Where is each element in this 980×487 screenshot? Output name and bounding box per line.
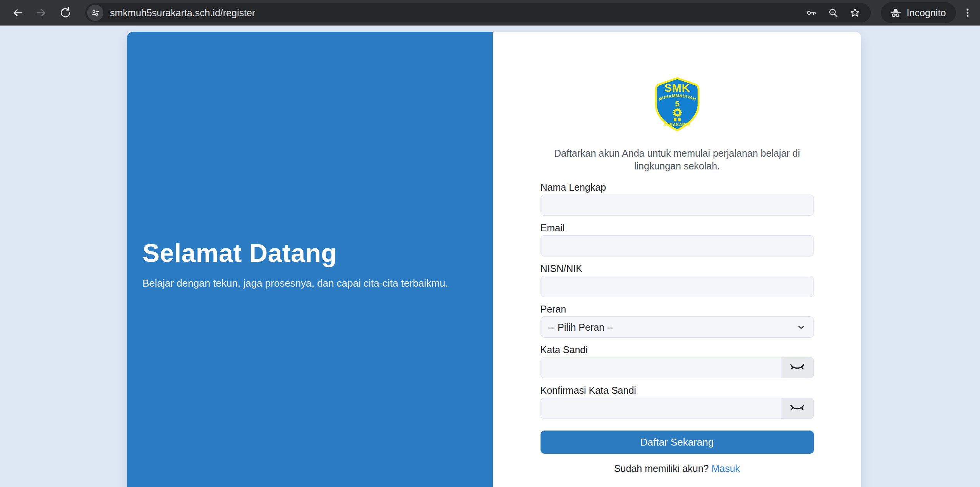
password-manager-key-icon[interactable] <box>805 6 818 19</box>
url-text[interactable]: smkmuh5surakarta.sch.id/register <box>110 7 805 19</box>
bookmark-star-icon[interactable] <box>848 6 862 19</box>
register-form: Nama Lengkap Email NISN/NIK Peran -- Pil… <box>541 182 814 474</box>
role-select[interactable]: -- Pilih Peran -- <box>541 316 814 338</box>
welcome-subtitle: Belajar dengan tekun, jaga prosesnya, da… <box>142 277 475 290</box>
password-field-group: Kata Sandi <box>541 345 814 378</box>
tune-icon <box>90 7 101 18</box>
name-label: Nama Lengkap <box>541 182 814 192</box>
logo-text-smk: SMK <box>664 82 690 94</box>
nisn-field-group: NISN/NIK <box>541 263 814 297</box>
back-button[interactable] <box>9 4 26 22</box>
welcome-title: Selamat Datang <box>142 240 475 267</box>
refresh-button[interactable] <box>57 4 74 22</box>
back-icon <box>11 6 24 19</box>
incognito-label: Incognito <box>907 7 946 19</box>
email-field-group: Email <box>541 223 814 256</box>
forward-icon <box>35 6 48 19</box>
confirm-password-label: Konfirmasi Kata Sandi <box>541 385 814 395</box>
register-intro-text: Daftarkan akun Anda untuk memulai perjal… <box>542 147 813 172</box>
browser-menu-button[interactable] <box>959 4 976 22</box>
welcome-panel: Selamat Datang Belajar dengan tekun, jag… <box>127 32 493 487</box>
logo-text-surakarta: SURAKARTA <box>664 123 691 127</box>
nisn-label: NISN/NIK <box>541 263 814 273</box>
eye-closed-icon <box>789 360 805 376</box>
role-label: Peran <box>541 304 814 314</box>
logo-text-5: 5 <box>675 99 680 108</box>
confirm-password-input[interactable] <box>541 398 814 419</box>
toggle-confirm-password-visibility-button[interactable] <box>781 398 814 419</box>
password-input[interactable] <box>541 357 814 378</box>
browser-toolbar: smkmuh5surakarta.sch.id/register Incogni… <box>0 0 980 26</box>
role-field-group: Peran -- Pilih Peran -- <box>541 304 814 338</box>
nisn-input[interactable] <box>541 276 814 297</box>
address-bar[interactable]: smkmuh5surakarta.sch.id/register <box>85 3 871 22</box>
login-prompt-text: Sudah memiliki akun? <box>614 463 709 474</box>
password-label: Kata Sandi <box>541 345 814 355</box>
register-page: Selamat Datang Belajar dengan tekun, jag… <box>0 26 980 487</box>
three-dot-menu-icon <box>962 7 973 19</box>
school-logo: SMK MUHAMMADIYAH 5 SURAKARTA <box>651 77 703 132</box>
register-card: Selamat Datang Belajar dengan tekun, jag… <box>127 32 861 487</box>
site-settings-button[interactable] <box>87 5 103 21</box>
toggle-password-visibility-button[interactable] <box>781 357 814 378</box>
register-submit-button[interactable]: Daftar Sekarang <box>541 431 814 454</box>
logo-mark-right <box>678 118 680 121</box>
eye-closed-icon <box>789 401 805 416</box>
name-input[interactable] <box>541 195 814 216</box>
login-prompt-line: Sudah memiliki akun?Masuk <box>541 463 814 474</box>
omnibox-actions <box>805 6 862 19</box>
login-link[interactable]: Masuk <box>711 463 740 474</box>
forward-button[interactable] <box>33 4 50 22</box>
logo-mark-left <box>674 118 676 121</box>
refresh-icon <box>59 6 72 19</box>
incognito-icon <box>889 7 902 19</box>
email-input[interactable] <box>541 235 814 256</box>
name-field-group: Nama Lengkap <box>541 182 814 216</box>
confirm-password-field-group: Konfirmasi Kata Sandi <box>541 385 814 419</box>
email-label: Email <box>541 223 814 233</box>
register-form-panel: SMK MUHAMMADIYAH 5 SURAKARTA Daftarkan a… <box>493 32 861 487</box>
incognito-badge: Incognito <box>881 2 956 23</box>
zoom-out-icon[interactable] <box>827 6 840 19</box>
